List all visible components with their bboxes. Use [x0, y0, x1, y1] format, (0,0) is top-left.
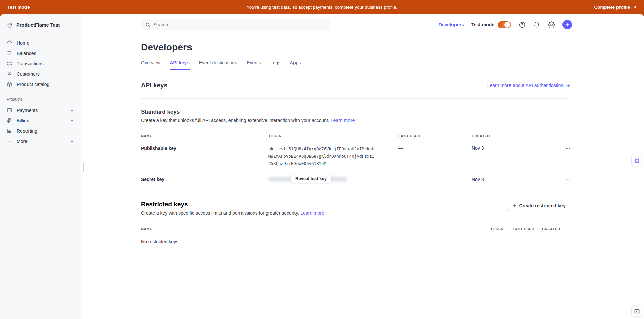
sidebar-item-home[interactable]: Home: [0, 38, 81, 48]
settings-gear-icon[interactable]: [548, 21, 555, 28]
package-icon: [7, 81, 13, 87]
sidebar-item-label: Billing: [17, 118, 29, 123]
search-input[interactable]: [153, 22, 326, 27]
column-header-name: NAME: [141, 227, 490, 231]
topbar: Developers Test mode: [81, 14, 644, 34]
empty-state-message: No restricted keys: [141, 234, 570, 250]
tab-apps[interactable]: Apps: [290, 60, 301, 70]
restricted-keys-learn-more-link[interactable]: Learn more: [300, 210, 324, 216]
column-header-name: NAME: [141, 134, 268, 138]
row-overflow-menu-icon[interactable]: [565, 145, 570, 151]
search-bar[interactable]: [141, 19, 330, 30]
balances-icon: [7, 50, 13, 56]
sidebar-item-balances[interactable]: Balances: [0, 48, 81, 58]
add-account-avatar-button[interactable]: [562, 20, 572, 29]
page-content: Developers Overview API keys Event desti…: [141, 42, 570, 250]
sidebar-item-customers[interactable]: Customers: [0, 69, 81, 79]
api-keys-section-header: API keys Learn more about API authentica…: [141, 70, 570, 99]
terminal-icon: [634, 308, 640, 314]
sidebar-item-product-catalog[interactable]: Product catalog: [0, 79, 81, 89]
widgets-grid-button[interactable]: [631, 155, 642, 166]
sidebar-item-label: Customers: [17, 71, 40, 77]
complete-profile-button[interactable]: Complete profile: [594, 5, 637, 10]
table-row-secret-key: Secret key Reveal test key — Nov 3: [141, 172, 570, 187]
main-area: Developers Test mode: [81, 14, 644, 319]
sidebar-item-billing[interactable]: Billing: [0, 115, 81, 126]
row-overflow-menu-icon[interactable]: [565, 176, 570, 182]
business-switcher[interactable]: ProductFlame Test: [0, 14, 81, 34]
table-row-publishable-key: Publishable key pk_test_51QH8x4IgrgQa76V…: [141, 141, 570, 172]
last-used-value: —: [398, 177, 472, 182]
products-section-label: Products: [0, 89, 81, 104]
tab-logs[interactable]: Logs: [270, 60, 280, 70]
column-header-token: TOKEN: [268, 134, 398, 138]
publishable-key-token[interactable]: pk_test_51QH8x4IgrgQa76VkLjIF9supHJaIMck…: [268, 145, 398, 167]
sidebar-nav: Home Balances Transactions Customers: [0, 34, 81, 89]
grid-plus-icon: [634, 158, 640, 164]
app-shell: ProductFlame Test Home Balances Transact…: [0, 14, 644, 319]
restricted-keys-heading: Restricted keys: [141, 201, 324, 208]
test-mode-banner: Test mode You're using test data. To acc…: [0, 0, 644, 14]
customers-icon: [7, 71, 13, 77]
bar-chart-icon: [7, 128, 13, 134]
learn-more-api-auth-link[interactable]: Learn more about API authentication: [487, 83, 570, 88]
search-icon: [145, 22, 150, 27]
notifications-bell-icon[interactable]: [533, 21, 540, 28]
sidebar-item-label: Transactions: [17, 61, 44, 66]
home-icon: [7, 40, 13, 46]
banner-test-mode-label: Test mode: [7, 5, 30, 10]
learn-more-api-auth-label: Learn more about API authentication: [487, 83, 564, 88]
ellipsis-icon: [7, 138, 13, 144]
tab-events[interactable]: Events: [247, 60, 261, 70]
sidebar: ProductFlame Test Home Balances Transact…: [0, 14, 81, 319]
sidebar-item-label: Home: [17, 40, 29, 46]
banner-message: You're using test data. To accept paymen…: [247, 5, 397, 10]
storefront-icon: [7, 22, 13, 28]
invoice-icon: [7, 118, 13, 124]
restricted-keys-description-text: Create a key with specific access limits…: [141, 210, 299, 216]
help-icon[interactable]: [518, 21, 526, 28]
developers-link[interactable]: Developers: [439, 22, 464, 27]
create-restricted-key-button[interactable]: Create restricted key: [507, 201, 570, 211]
tab-bar: Overview API keys Event destinations Eve…: [141, 60, 570, 70]
standard-keys-table-header: NAME TOKEN LAST USED CREATED: [141, 131, 570, 141]
sidebar-resize-handle[interactable]: [83, 163, 84, 172]
chevron-down-icon: [70, 139, 74, 143]
sidebar-item-label: Product catalog: [17, 82, 49, 87]
column-header-last-used: LAST USED: [513, 227, 542, 231]
complete-profile-label: Complete profile: [594, 5, 630, 10]
tab-overview[interactable]: Overview: [141, 60, 160, 70]
sidebar-item-label: Payments: [17, 108, 38, 113]
create-restricted-key-label: Create restricted key: [519, 203, 566, 208]
standard-keys-description: Create a key that unlocks full API acces…: [141, 118, 570, 123]
restricted-keys-description: Create a key with specific access limits…: [141, 210, 324, 216]
chevron-down-icon: [70, 108, 74, 112]
standard-keys-heading: Standard keys: [141, 109, 570, 115]
standard-keys-learn-more-link[interactable]: Learn more: [331, 118, 355, 123]
test-mode-toggle[interactable]: [498, 21, 511, 28]
wallet-icon: [7, 107, 13, 113]
terminal-console-button[interactable]: [631, 306, 642, 317]
business-name: ProductFlame Test: [16, 22, 60, 28]
reveal-test-key-button[interactable]: Reveal test key: [290, 174, 331, 183]
standard-keys-description-text: Create a key that unlocks full API acces…: [141, 118, 329, 123]
created-value: Nov 3: [472, 145, 558, 151]
sidebar-item-label: More: [17, 139, 28, 144]
last-used-value: —: [398, 145, 472, 151]
sidebar-item-payments[interactable]: Payments: [0, 105, 81, 115]
key-name: Publishable key: [141, 145, 268, 151]
sidebar-item-reporting[interactable]: Reporting: [0, 126, 81, 136]
test-mode-label: Test mode: [471, 22, 494, 27]
restricted-keys-section: Restricted keys Create a key with specif…: [141, 201, 570, 250]
sidebar-item-label: Balances: [17, 51, 36, 56]
restricted-keys-table-header: NAME TOKEN LAST USED CREATED: [141, 224, 570, 234]
sidebar-item-more[interactable]: More: [0, 136, 81, 146]
tab-api-keys[interactable]: API keys: [170, 60, 189, 70]
sidebar-item-transactions[interactable]: Transactions: [0, 58, 81, 69]
tab-event-destinations[interactable]: Event destinations: [199, 60, 237, 70]
topbar-actions: Developers Test mode: [439, 20, 572, 29]
plus-icon: [512, 203, 517, 208]
created-value: Nov 3: [472, 177, 558, 182]
column-header-last-used: LAST USED: [398, 134, 472, 138]
toggle-knob: [504, 22, 510, 28]
